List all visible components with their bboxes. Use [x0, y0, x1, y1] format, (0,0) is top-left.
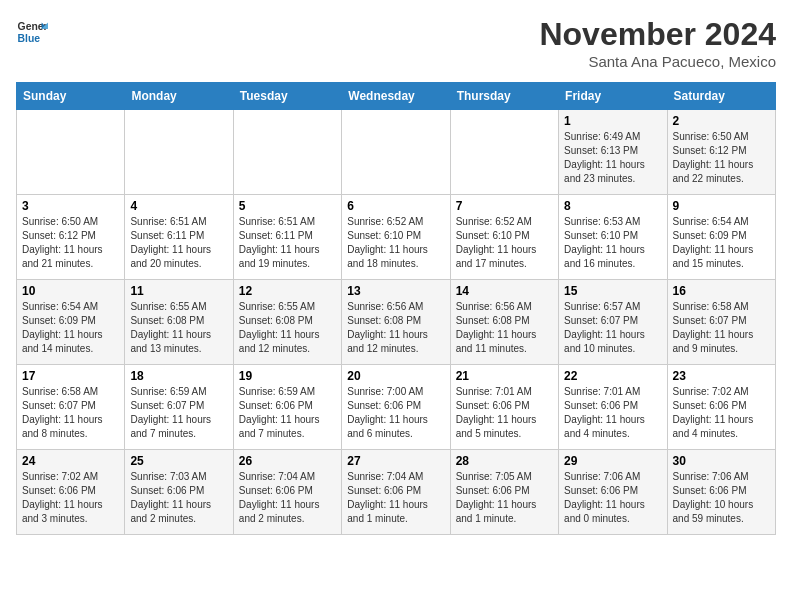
day-number: 30: [673, 454, 770, 468]
day-info: Sunrise: 7:05 AMSunset: 6:06 PMDaylight:…: [456, 470, 553, 526]
logo-icon: General Blue: [16, 16, 48, 48]
day-info: Sunrise: 6:52 AMSunset: 6:10 PMDaylight:…: [456, 215, 553, 271]
calendar-cell: 20Sunrise: 7:00 AMSunset: 6:06 PMDayligh…: [342, 365, 450, 450]
calendar-cell: 25Sunrise: 7:03 AMSunset: 6:06 PMDayligh…: [125, 450, 233, 535]
page-header: General Blue General Blue November 2024 …: [16, 16, 776, 70]
calendar-cell: 30Sunrise: 7:06 AMSunset: 6:06 PMDayligh…: [667, 450, 775, 535]
day-number: 8: [564, 199, 661, 213]
calendar-cell: 26Sunrise: 7:04 AMSunset: 6:06 PMDayligh…: [233, 450, 341, 535]
day-number: 29: [564, 454, 661, 468]
logo: General Blue General Blue: [16, 16, 48, 48]
day-number: 18: [130, 369, 227, 383]
day-info: Sunrise: 6:52 AMSunset: 6:10 PMDaylight:…: [347, 215, 444, 271]
calendar-cell: 27Sunrise: 7:04 AMSunset: 6:06 PMDayligh…: [342, 450, 450, 535]
calendar-cell: 4Sunrise: 6:51 AMSunset: 6:11 PMDaylight…: [125, 195, 233, 280]
day-number: 16: [673, 284, 770, 298]
day-number: 23: [673, 369, 770, 383]
calendar-cell: 21Sunrise: 7:01 AMSunset: 6:06 PMDayligh…: [450, 365, 558, 450]
calendar-cell: 9Sunrise: 6:54 AMSunset: 6:09 PMDaylight…: [667, 195, 775, 280]
calendar-cell: 2Sunrise: 6:50 AMSunset: 6:12 PMDaylight…: [667, 110, 775, 195]
day-info: Sunrise: 7:06 AMSunset: 6:06 PMDaylight:…: [564, 470, 661, 526]
month-title: November 2024: [539, 16, 776, 53]
day-number: 1: [564, 114, 661, 128]
day-number: 28: [456, 454, 553, 468]
day-info: Sunrise: 6:55 AMSunset: 6:08 PMDaylight:…: [239, 300, 336, 356]
day-info: Sunrise: 6:56 AMSunset: 6:08 PMDaylight:…: [456, 300, 553, 356]
calendar-cell: 11Sunrise: 6:55 AMSunset: 6:08 PMDayligh…: [125, 280, 233, 365]
day-number: 3: [22, 199, 119, 213]
day-info: Sunrise: 6:50 AMSunset: 6:12 PMDaylight:…: [22, 215, 119, 271]
day-number: 4: [130, 199, 227, 213]
day-info: Sunrise: 6:58 AMSunset: 6:07 PMDaylight:…: [22, 385, 119, 441]
day-number: 5: [239, 199, 336, 213]
calendar-cell: 14Sunrise: 6:56 AMSunset: 6:08 PMDayligh…: [450, 280, 558, 365]
calendar-cell: 5Sunrise: 6:51 AMSunset: 6:11 PMDaylight…: [233, 195, 341, 280]
day-number: 27: [347, 454, 444, 468]
day-number: 20: [347, 369, 444, 383]
weekday-header: Saturday: [667, 83, 775, 110]
calendar-cell: 28Sunrise: 7:05 AMSunset: 6:06 PMDayligh…: [450, 450, 558, 535]
day-info: Sunrise: 6:55 AMSunset: 6:08 PMDaylight:…: [130, 300, 227, 356]
day-info: Sunrise: 6:49 AMSunset: 6:13 PMDaylight:…: [564, 130, 661, 186]
day-info: Sunrise: 7:02 AMSunset: 6:06 PMDaylight:…: [673, 385, 770, 441]
calendar-cell: 3Sunrise: 6:50 AMSunset: 6:12 PMDaylight…: [17, 195, 125, 280]
calendar-cell: 19Sunrise: 6:59 AMSunset: 6:06 PMDayligh…: [233, 365, 341, 450]
title-block: November 2024 Santa Ana Pacueco, Mexico: [539, 16, 776, 70]
day-number: 10: [22, 284, 119, 298]
day-number: 24: [22, 454, 119, 468]
calendar-cell: 22Sunrise: 7:01 AMSunset: 6:06 PMDayligh…: [559, 365, 667, 450]
calendar-cell: 29Sunrise: 7:06 AMSunset: 6:06 PMDayligh…: [559, 450, 667, 535]
location: Santa Ana Pacueco, Mexico: [539, 53, 776, 70]
day-info: Sunrise: 6:54 AMSunset: 6:09 PMDaylight:…: [22, 300, 119, 356]
calendar-cell: 16Sunrise: 6:58 AMSunset: 6:07 PMDayligh…: [667, 280, 775, 365]
calendar-cell: [17, 110, 125, 195]
weekday-header: Tuesday: [233, 83, 341, 110]
weekday-header: Sunday: [17, 83, 125, 110]
day-info: Sunrise: 7:06 AMSunset: 6:06 PMDaylight:…: [673, 470, 770, 526]
day-info: Sunrise: 7:01 AMSunset: 6:06 PMDaylight:…: [564, 385, 661, 441]
calendar-cell: 18Sunrise: 6:59 AMSunset: 6:07 PMDayligh…: [125, 365, 233, 450]
day-number: 6: [347, 199, 444, 213]
day-info: Sunrise: 6:58 AMSunset: 6:07 PMDaylight:…: [673, 300, 770, 356]
weekday-header: Friday: [559, 83, 667, 110]
calendar-cell: [125, 110, 233, 195]
calendar-cell: 23Sunrise: 7:02 AMSunset: 6:06 PMDayligh…: [667, 365, 775, 450]
day-number: 11: [130, 284, 227, 298]
day-info: Sunrise: 6:56 AMSunset: 6:08 PMDaylight:…: [347, 300, 444, 356]
day-number: 14: [456, 284, 553, 298]
calendar-cell: 1Sunrise: 6:49 AMSunset: 6:13 PMDaylight…: [559, 110, 667, 195]
calendar-cell: 12Sunrise: 6:55 AMSunset: 6:08 PMDayligh…: [233, 280, 341, 365]
calendar-cell: 7Sunrise: 6:52 AMSunset: 6:10 PMDaylight…: [450, 195, 558, 280]
calendar-cell: 6Sunrise: 6:52 AMSunset: 6:10 PMDaylight…: [342, 195, 450, 280]
day-info: Sunrise: 6:50 AMSunset: 6:12 PMDaylight:…: [673, 130, 770, 186]
calendar-table: SundayMondayTuesdayWednesdayThursdayFrid…: [16, 82, 776, 535]
day-number: 13: [347, 284, 444, 298]
day-info: Sunrise: 7:02 AMSunset: 6:06 PMDaylight:…: [22, 470, 119, 526]
day-number: 25: [130, 454, 227, 468]
day-info: Sunrise: 7:03 AMSunset: 6:06 PMDaylight:…: [130, 470, 227, 526]
day-number: 7: [456, 199, 553, 213]
calendar-cell: 10Sunrise: 6:54 AMSunset: 6:09 PMDayligh…: [17, 280, 125, 365]
day-number: 9: [673, 199, 770, 213]
day-number: 26: [239, 454, 336, 468]
day-info: Sunrise: 6:59 AMSunset: 6:06 PMDaylight:…: [239, 385, 336, 441]
day-info: Sunrise: 6:54 AMSunset: 6:09 PMDaylight:…: [673, 215, 770, 271]
day-info: Sunrise: 7:00 AMSunset: 6:06 PMDaylight:…: [347, 385, 444, 441]
weekday-header: Wednesday: [342, 83, 450, 110]
day-info: Sunrise: 7:04 AMSunset: 6:06 PMDaylight:…: [347, 470, 444, 526]
day-number: 19: [239, 369, 336, 383]
day-info: Sunrise: 7:04 AMSunset: 6:06 PMDaylight:…: [239, 470, 336, 526]
calendar-cell: 13Sunrise: 6:56 AMSunset: 6:08 PMDayligh…: [342, 280, 450, 365]
day-number: 12: [239, 284, 336, 298]
calendar-cell: 8Sunrise: 6:53 AMSunset: 6:10 PMDaylight…: [559, 195, 667, 280]
day-info: Sunrise: 6:59 AMSunset: 6:07 PMDaylight:…: [130, 385, 227, 441]
day-info: Sunrise: 6:53 AMSunset: 6:10 PMDaylight:…: [564, 215, 661, 271]
day-info: Sunrise: 6:57 AMSunset: 6:07 PMDaylight:…: [564, 300, 661, 356]
calendar-cell: 24Sunrise: 7:02 AMSunset: 6:06 PMDayligh…: [17, 450, 125, 535]
day-number: 15: [564, 284, 661, 298]
day-number: 2: [673, 114, 770, 128]
calendar-cell: [342, 110, 450, 195]
weekday-header: Monday: [125, 83, 233, 110]
svg-text:Blue: Blue: [18, 33, 41, 44]
calendar-cell: [233, 110, 341, 195]
